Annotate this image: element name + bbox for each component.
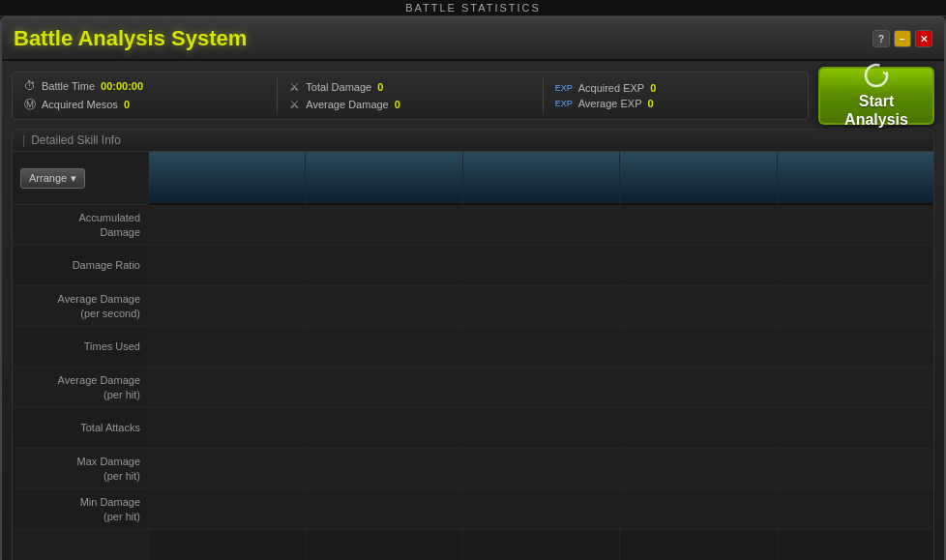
data-col-3 [462,205,619,560]
avg-exp-value: 0 [648,98,667,109]
col-header-5 [777,152,933,205]
mesos-icon: Ⓜ [24,97,36,113]
data-col-4 [619,205,776,560]
col-header-4 [619,152,776,205]
cell-2-7 [306,449,461,489]
data-col-5 [777,205,933,560]
cell-2-2 [306,246,461,286]
cell-3-6 [463,408,619,449]
cell-5-8 [778,489,933,530]
cell-3-7 [463,449,619,489]
cell-5-6 [778,408,933,449]
start-analysis-button[interactable]: StartAnalysis [818,67,934,125]
total-damage-value: 0 [377,81,397,93]
cell-1-3 [149,286,305,327]
columns-header [148,152,933,205]
cell-1-4 [149,327,305,368]
acquired-exp-label: Acquired EXP [578,82,644,94]
acquired-exp-value: 0 [650,82,669,94]
arrange-row: Arrange ▾ [13,152,148,205]
avg-exp-label: Average EXP [578,98,642,109]
window-controls: ? − ✕ [872,30,932,47]
stats-area: ⏱ Battle Time 00:00:00 Ⓜ Acquired Mesos … [2,67,944,125]
row-label-times-used: Times Used [13,327,148,368]
cell-5-1 [778,205,933,246]
avg-damage-label: Average Damage [306,99,388,110]
title-bar: BATTLE STATISTICS [0,0,946,16]
start-icon [864,63,889,92]
cell-2-1 [306,205,461,246]
start-button-label: StartAnalysis [844,92,908,129]
cell-4-2 [620,246,776,286]
arrange-button[interactable]: Arrange ▾ [20,168,85,189]
cell-1-5 [149,368,305,408]
close-button[interactable]: ✕ [915,30,932,47]
cell-5-4 [778,327,933,368]
stats-group-3: EXP Acquired EXP 0 EXP Average EXP 0 [555,82,796,109]
window-title: Battle Analysis System [14,26,247,51]
cell-1-1 [149,205,305,246]
cell-2-4 [306,327,461,368]
row-label-damage-ratio: Damage Ratio [13,246,148,286]
arrange-chevron-icon: ▾ [71,172,76,185]
row-label-accumulated: AccumulatedDamage [13,205,148,246]
cell-5-7 [778,449,933,489]
row-labels-column: Arrange ▾ AccumulatedDamage Damage Ratio… [13,152,148,560]
row-label-max-damage: Max Damage(per hit) [13,449,148,489]
cell-4-8 [620,489,776,530]
help-button[interactable]: ? [872,30,890,47]
cell-3-5 [463,368,619,408]
cell-4-1 [620,205,776,246]
cell-4-4 [620,327,776,368]
stats-group-1: ⏱ Battle Time 00:00:00 Ⓜ Acquired Mesos … [24,79,265,113]
detail-header: Detailed Skill Info [13,130,933,152]
cell-1-2 [149,246,305,286]
stats-group-2: ⚔ Total Damage 0 ⚔ Average Damage 0 [289,80,530,111]
cell-1-6 [149,408,305,449]
window-header: Battle Analysis System ? − ✕ [2,18,944,61]
mesos-label: Acquired Mesos [42,99,118,110]
data-col-2 [305,205,461,560]
battle-time-value: 00:00:00 [101,80,143,92]
columns-body [148,205,933,560]
arrange-label: Arrange [29,172,67,184]
row-label-avg-per-hit: Average Damage(per hit) [13,368,148,408]
total-damage-row: ⚔ Total Damage 0 [289,80,530,94]
row-label-total-attacks: Total Attacks [13,408,148,449]
content-area: Detailed Skill Info Arrange ▾ Accumulate… [12,129,934,560]
title-bar-text: BATTLE STATISTICS [405,2,541,14]
col-header-1 [148,152,305,205]
cell-2-3 [306,286,461,327]
battle-time-icon: ⏱ [24,79,36,93]
cell-2-5 [306,368,461,408]
avg-exp-icon: EXP [555,99,573,108]
cell-1-7 [149,449,305,489]
svg-point-0 [866,65,887,86]
cell-3-8 [463,489,619,530]
avg-damage-value: 0 [395,99,414,110]
cell-2-8 [306,489,461,530]
cell-4-6 [620,408,776,449]
divider-1 [277,78,278,113]
avg-exp-row: EXP Average EXP 0 [555,98,796,109]
total-damage-icon: ⚔ [289,80,300,94]
total-damage-label: Total Damage [306,81,371,93]
mesos-row: Ⓜ Acquired Mesos 0 [24,97,265,113]
data-col-1 [148,205,305,560]
cell-1-8 [149,489,305,530]
cell-4-5 [620,368,776,408]
main-window: Battle Analysis System ? − ✕ ⏱ Battle Ti… [0,16,946,560]
refresh-icon [864,63,889,88]
cell-5-5 [778,368,933,408]
cell-4-3 [620,286,776,327]
minimize-button[interactable]: − [894,30,911,47]
battle-time-row: ⏱ Battle Time 00:00:00 [24,79,265,93]
data-columns [148,152,933,560]
acquired-exp-row: EXP Acquired EXP 0 [555,82,796,94]
avg-damage-row: ⚔ Average Damage 0 [289,98,530,111]
skill-table: Arrange ▾ AccumulatedDamage Damage Ratio… [13,152,933,560]
cell-5-2 [778,246,933,286]
row-label-min-damage: Min Damage(per hit) [13,489,148,530]
cell-3-4 [463,327,619,368]
cell-5-3 [778,286,933,327]
